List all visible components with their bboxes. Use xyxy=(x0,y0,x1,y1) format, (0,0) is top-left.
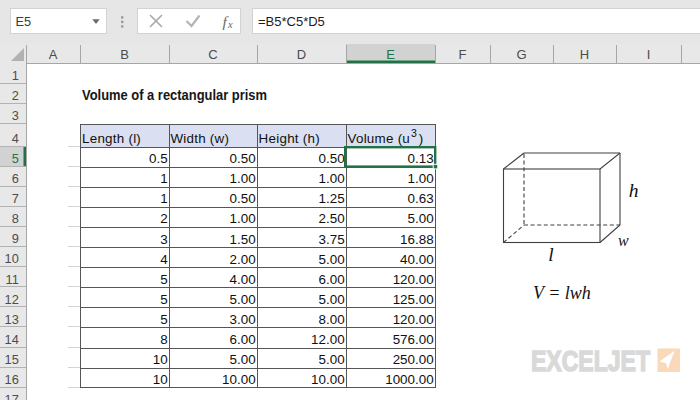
svg-text:5.00: 5.00 xyxy=(319,252,345,267)
svg-text:E: E xyxy=(386,47,395,62)
svg-text:2.00: 2.00 xyxy=(230,252,256,267)
svg-text:16: 16 xyxy=(5,372,19,387)
svg-text:14: 14 xyxy=(5,332,19,347)
svg-text:Width (w): Width (w) xyxy=(170,131,229,146)
svg-text:576.00: 576.00 xyxy=(393,332,434,347)
svg-text:8.00: 8.00 xyxy=(319,312,345,327)
svg-text:10.00: 10.00 xyxy=(311,372,345,387)
svg-text:6.00: 6.00 xyxy=(319,272,345,287)
svg-text:F: F xyxy=(459,47,467,62)
svg-text:4: 4 xyxy=(12,131,19,146)
svg-text:1.25: 1.25 xyxy=(319,191,345,206)
svg-text:5: 5 xyxy=(160,312,167,327)
svg-text:1.00: 1.00 xyxy=(319,171,345,186)
svg-text:w: w xyxy=(618,232,629,249)
svg-text:C: C xyxy=(208,47,217,62)
svg-text:1: 1 xyxy=(12,68,19,83)
svg-text:I: I xyxy=(647,47,651,62)
svg-text:0.5: 0.5 xyxy=(149,151,168,166)
svg-text:0.50: 0.50 xyxy=(230,151,256,166)
svg-text:l: l xyxy=(548,244,553,265)
svg-text:1.00: 1.00 xyxy=(408,171,434,186)
svg-text:3.00: 3.00 xyxy=(230,312,256,327)
svg-text:125.00: 125.00 xyxy=(393,292,434,307)
svg-text:V = lwh: V = lwh xyxy=(533,283,591,303)
svg-text:1.50: 1.50 xyxy=(230,232,256,247)
svg-text:10: 10 xyxy=(153,352,168,367)
svg-text:=B5*C5*D5: =B5*C5*D5 xyxy=(258,14,325,29)
svg-text:17: 17 xyxy=(5,392,19,400)
svg-text:4.00: 4.00 xyxy=(230,272,256,287)
svg-text:E5: E5 xyxy=(16,14,32,29)
svg-text:2: 2 xyxy=(160,211,167,226)
svg-text:h: h xyxy=(629,180,639,201)
svg-text:8: 8 xyxy=(160,332,167,347)
svg-text:B: B xyxy=(120,47,129,62)
svg-text:250.00: 250.00 xyxy=(393,352,434,367)
svg-text:9: 9 xyxy=(12,231,19,246)
svg-text:0.50: 0.50 xyxy=(319,151,345,166)
svg-text:3.75: 3.75 xyxy=(319,232,345,247)
svg-text:1000.00: 1000.00 xyxy=(385,372,433,387)
svg-text:12: 12 xyxy=(5,292,19,307)
svg-text:40.00: 40.00 xyxy=(400,252,434,267)
svg-text:5: 5 xyxy=(160,292,167,307)
svg-text:0.13: 0.13 xyxy=(408,151,434,166)
svg-text:EXCELJET: EXCELJET xyxy=(531,344,650,377)
svg-text:G: G xyxy=(516,47,526,62)
svg-text:7: 7 xyxy=(12,191,19,206)
svg-text:4: 4 xyxy=(160,252,168,267)
svg-text:1: 1 xyxy=(160,171,167,186)
svg-text:16.88: 16.88 xyxy=(400,232,434,247)
svg-text:10.00: 10.00 xyxy=(222,372,256,387)
svg-text:6.00: 6.00 xyxy=(230,332,256,347)
svg-text:0.63: 0.63 xyxy=(408,191,434,206)
svg-text:5.00: 5.00 xyxy=(408,211,434,226)
svg-text:11: 11 xyxy=(6,272,19,287)
svg-text:13: 13 xyxy=(5,312,19,327)
svg-text:15: 15 xyxy=(5,352,19,367)
svg-text:5: 5 xyxy=(12,151,19,166)
svg-text:A: A xyxy=(49,47,58,62)
svg-text:H: H xyxy=(580,47,589,62)
svg-text:0.50: 0.50 xyxy=(230,191,256,206)
svg-text:8: 8 xyxy=(12,211,19,226)
svg-text:Volume of a rectangular prism: Volume of a rectangular prism xyxy=(82,87,267,103)
svg-text:10: 10 xyxy=(5,251,19,266)
svg-text:D: D xyxy=(297,47,306,62)
svg-text:2.50: 2.50 xyxy=(319,211,345,226)
svg-text:1.00: 1.00 xyxy=(230,171,256,186)
svg-text:5.00: 5.00 xyxy=(319,352,345,367)
svg-text:12.00: 12.00 xyxy=(311,332,345,347)
svg-text:3: 3 xyxy=(12,108,19,123)
svg-text:6: 6 xyxy=(12,171,19,186)
svg-text:5.00: 5.00 xyxy=(319,292,345,307)
svg-text:x: x xyxy=(227,19,233,30)
svg-text:5: 5 xyxy=(160,272,167,287)
svg-text:2: 2 xyxy=(12,88,19,103)
svg-text:5.00: 5.00 xyxy=(230,292,256,307)
svg-text:120.00: 120.00 xyxy=(393,312,434,327)
svg-text:1: 1 xyxy=(160,191,167,206)
svg-text:Length (l): Length (l) xyxy=(82,131,141,146)
svg-text:1.00: 1.00 xyxy=(230,211,256,226)
svg-text:3: 3 xyxy=(160,232,167,247)
svg-text:Height (h): Height (h) xyxy=(259,131,320,146)
svg-text:120.00: 120.00 xyxy=(393,272,434,287)
svg-text:5.00: 5.00 xyxy=(230,352,256,367)
svg-text:10: 10 xyxy=(153,372,168,387)
